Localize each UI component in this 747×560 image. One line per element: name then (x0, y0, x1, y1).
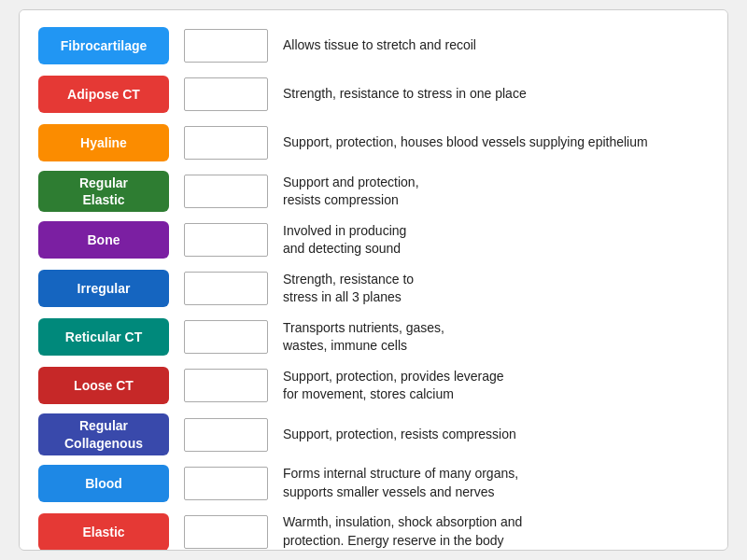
table-row: BoneInvolved in producing and detecting … (38, 219, 709, 260)
table-row: IrregularStrength, resistance to stress … (38, 268, 709, 309)
description-regular-elastic: Support and protection, resists compress… (283, 174, 709, 210)
table-row: FibrocartilageAllows tissue to stretch a… (38, 25, 709, 66)
description-irregular: Strength, resistance to stress in all 3 … (283, 271, 709, 307)
table-row: Reticular CTTransports nutrients, gases,… (38, 316, 709, 357)
description-adipose-ct: Strength, resistance to stress in one pl… (283, 85, 709, 104)
blank-box-fibrocartilage[interactable] (184, 29, 268, 63)
description-loose-ct: Support, protection, provides leverage f… (283, 368, 709, 404)
label-btn-irregular[interactable]: Irregular (38, 270, 169, 307)
label-btn-regular-collagenous[interactable]: Regular Collagenous (38, 413, 169, 455)
blank-box-adipose-ct[interactable] (184, 77, 268, 111)
label-btn-fibrocartilage[interactable]: Fibrocartilage (38, 27, 169, 64)
label-btn-regular-elastic[interactable]: Regular Elastic (38, 171, 169, 212)
blank-box-blood[interactable] (184, 467, 268, 500)
table-row: Regular CollagenousSupport, protection, … (38, 413, 709, 455)
table-row: Regular ElasticSupport and protection, r… (38, 171, 709, 212)
blank-box-irregular[interactable] (184, 272, 268, 305)
blank-box-loose-ct[interactable] (184, 369, 268, 402)
blank-box-hyaline[interactable] (184, 126, 268, 160)
description-regular-collagenous: Support, protection, resists compression (283, 426, 709, 444)
description-reticular-ct: Transports nutrients, gases, wastes, imm… (283, 319, 709, 356)
label-btn-loose-ct[interactable]: Loose CT (38, 367, 169, 404)
blank-box-regular-elastic[interactable] (184, 175, 268, 208)
table-row: BloodForms internal structure of many or… (38, 463, 709, 504)
description-blood: Forms internal structure of many organs,… (283, 465, 709, 501)
label-btn-adipose-ct[interactable]: Adipose CT (38, 76, 169, 113)
table-row: Adipose CTStrength, resistance to stress… (38, 74, 709, 115)
matching-card: FibrocartilageAllows tissue to stretch a… (19, 9, 728, 551)
description-fibrocartilage: Allows tissue to stretch and recoil (283, 36, 709, 55)
blank-box-regular-collagenous[interactable] (184, 418, 268, 452)
label-btn-blood[interactable]: Blood (38, 465, 169, 502)
blank-box-reticular-ct[interactable] (184, 320, 268, 354)
table-row: ElasticWarmth, insulation, shock absorpt… (38, 511, 709, 551)
blank-box-bone[interactable] (184, 223, 268, 257)
table-row: Loose CTSupport, protection, provides le… (38, 365, 709, 406)
blank-box-elastic[interactable] (184, 515, 268, 549)
description-bone: Involved in producing and detecting soun… (283, 222, 709, 259)
description-hyaline: Support, protection, houses blood vessel… (283, 133, 709, 152)
table-row: HyalineSupport, protection, houses blood… (38, 122, 709, 163)
label-btn-bone[interactable]: Bone (38, 221, 169, 259)
description-elastic: Warmth, insulation, shock absorption and… (283, 513, 709, 550)
label-btn-elastic[interactable]: Elastic (38, 513, 169, 551)
label-btn-reticular-ct[interactable]: Reticular CT (38, 318, 169, 356)
label-btn-hyaline[interactable]: Hyaline (38, 124, 169, 161)
